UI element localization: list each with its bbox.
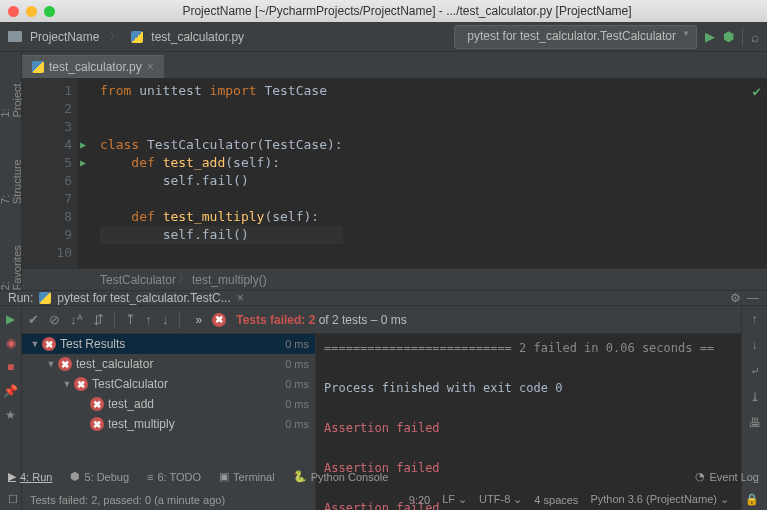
tree-row[interactable]: ✖test_multiply0 ms xyxy=(22,414,315,434)
window-titlebar: ProjectName [~/PycharmProjects/ProjectNa… xyxy=(0,0,767,22)
separator xyxy=(742,28,743,46)
event-log[interactable]: ◔ Event Log xyxy=(695,470,759,483)
tab-todo[interactable]: ≡ 6: TODO xyxy=(147,471,201,483)
tab-terminal[interactable]: ▣ Terminal xyxy=(219,470,275,483)
navigation-bar: ProjectName 〉 test_calculator.py pytest … xyxy=(0,22,767,52)
chevron-right-icon: 〉 xyxy=(109,28,121,45)
run-gutter-icon[interactable]: ▶ xyxy=(80,136,86,154)
file-encoding[interactable]: UTF-8 ⌄ xyxy=(479,493,522,506)
breadcrumb-class[interactable]: TestCalculator xyxy=(100,273,176,287)
run-config-label: pytest for test_calculator.TestCalculato… xyxy=(467,29,676,43)
run-tab-title[interactable]: pytest for test_calculator.TestC... xyxy=(57,291,230,305)
run-gutter-icon[interactable]: ▶ xyxy=(80,154,86,172)
tab-run[interactable]: ▶ 4: Run xyxy=(8,470,52,483)
traffic-lights[interactable] xyxy=(8,6,55,17)
stop-button[interactable]: ■ xyxy=(7,360,14,374)
run-console[interactable]: ========================== 2 failed in 0… xyxy=(316,334,741,510)
tree-row[interactable]: ▼✖TestCalculator0 ms xyxy=(22,374,315,394)
collapse-all-icon[interactable]: ⤒ xyxy=(125,312,136,327)
scroll-to-end-icon[interactable]: ⤓ xyxy=(750,390,760,404)
star-icon[interactable]: ★ xyxy=(5,408,16,422)
indent-settings[interactable]: 4 spaces xyxy=(534,494,578,506)
cursor-position[interactable]: 9:20 xyxy=(409,494,430,506)
show-ignored-icon[interactable]: ⊘ xyxy=(49,312,60,327)
debug-button[interactable]: ⬢ xyxy=(723,29,734,44)
run-button[interactable]: ▶ xyxy=(705,29,715,44)
pytest-icon xyxy=(39,292,51,304)
structure-breadcrumb: TestCalculator 〉 test_multiply() xyxy=(22,268,767,290)
soft-wrap-icon[interactable]: ⤶ xyxy=(750,364,760,378)
print-icon[interactable]: 🖶 xyxy=(749,416,761,430)
tool-tab-project[interactable]: 1: Project xyxy=(0,80,23,118)
close-tab-icon[interactable]: × xyxy=(147,60,154,74)
editor-tabs: test_calculator.py × xyxy=(22,52,767,78)
zoom-window[interactable] xyxy=(44,6,55,17)
python-interpreter[interactable]: Python 3.6 (ProjectName) ⌄ xyxy=(590,493,729,506)
search-icon[interactable]: ⌕ xyxy=(751,29,759,45)
tool-tab-favorites[interactable]: 2: Favorites xyxy=(0,244,23,290)
python-file-icon xyxy=(131,31,143,43)
gear-icon[interactable]: ⚙ xyxy=(730,291,741,305)
folder-icon xyxy=(8,31,22,42)
sort-icon[interactable]: ↓ᴬ xyxy=(70,312,83,327)
test-summary: Tests failed: 2 of 2 tests – 0 ms xyxy=(236,313,407,327)
tree-row[interactable]: ▼✖Test Results0 ms xyxy=(22,334,315,354)
up-icon[interactable]: ↑ xyxy=(752,312,758,326)
tool-tab-structure[interactable]: 7: Structure xyxy=(0,158,23,204)
breadcrumb-method[interactable]: test_multiply() xyxy=(192,273,267,287)
tree-row[interactable]: ✖test_add0 ms xyxy=(22,394,315,414)
status-message-icon: ☐ xyxy=(8,493,18,506)
tab-debug[interactable]: ⬢ 5: Debug xyxy=(70,470,129,483)
rerun-button[interactable]: ▶ xyxy=(6,312,15,326)
left-tool-window-stripe: 1: Project 7: Structure 2: Favorites xyxy=(0,52,22,290)
line-separator[interactable]: LF ⌄ xyxy=(442,493,467,506)
toggle-breakpoint-icon[interactable]: ◉ xyxy=(6,336,16,350)
breadcrumb-file[interactable]: test_calculator.py xyxy=(151,30,244,44)
run-configuration-dropdown[interactable]: pytest for test_calculator.TestCalculato… xyxy=(454,25,697,49)
inspection-ok-icon: ✔ xyxy=(753,82,761,100)
lock-icon[interactable]: 🔒 xyxy=(745,493,759,506)
editor-tab[interactable]: test_calculator.py × xyxy=(22,55,164,78)
test-tree[interactable]: ▼✖Test Results0 ms▼✖test_calculator0 ms▼… xyxy=(22,334,316,510)
code-editor[interactable]: 1234▶5▶678910 from unittest import TestC… xyxy=(22,78,767,268)
status-message: Tests failed: 2, passed: 0 (a minute ago… xyxy=(30,494,225,506)
down-icon[interactable]: ↓ xyxy=(752,338,758,352)
test-toolbar: ✔ ⊘ ↓ᴬ ⇵ ⤒ ↑ ↓ » ✖ Tests failed: 2 of 2 … xyxy=(22,306,741,334)
run-label: Run: xyxy=(8,291,33,305)
prev-failed-icon[interactable]: ↑ xyxy=(146,312,153,327)
close-run-tab-icon[interactable]: × xyxy=(237,291,244,305)
close-window[interactable] xyxy=(8,6,19,17)
breadcrumb-project[interactable]: ProjectName xyxy=(30,30,99,44)
minimize-window[interactable] xyxy=(26,6,37,17)
tab-python-console[interactable]: 🐍 Python Console xyxy=(293,470,389,483)
show-passed-icon[interactable]: ✔ xyxy=(28,312,39,327)
expand-all-icon[interactable]: ⇵ xyxy=(93,312,104,327)
hide-icon[interactable]: — xyxy=(747,291,759,305)
fail-badge-icon: ✖ xyxy=(212,313,226,327)
chevron-right-icon: 〉 xyxy=(178,271,190,288)
tab-label: test_calculator.py xyxy=(49,60,142,74)
run-tool-window: Run: pytest for test_calculator.TestC...… xyxy=(0,290,767,464)
separator xyxy=(179,311,180,329)
pin-icon[interactable]: 📌 xyxy=(3,384,18,398)
next-failed-icon[interactable]: ↓ xyxy=(162,312,169,327)
python-file-icon xyxy=(32,61,44,73)
window-title: ProjectName [~/PycharmProjects/ProjectNa… xyxy=(55,4,759,18)
tree-row[interactable]: ▼✖test_calculator0 ms xyxy=(22,354,315,374)
separator xyxy=(114,311,115,329)
